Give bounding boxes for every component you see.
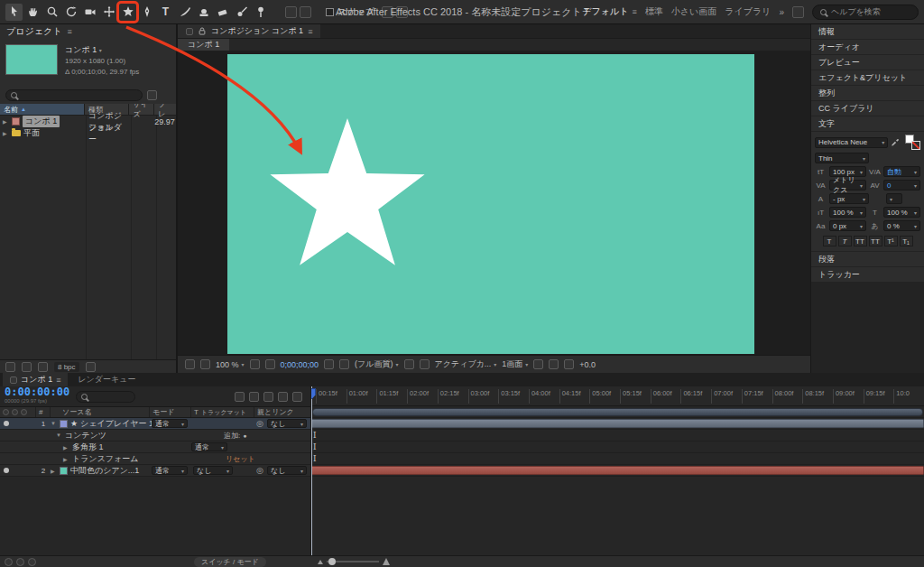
layer-row-solid[interactable]: 2 ▶ 中間色のシアン...1 通常 ▾ なし ▾ ◎: [0, 465, 310, 477]
pickwhip-icon[interactable]: ◎: [256, 466, 263, 475]
panel-preview[interactable]: プレビュー: [811, 55, 924, 70]
property-group-name[interactable]: 多角形 1: [72, 442, 104, 453]
panel-paragraph[interactable]: 段落: [811, 252, 924, 266]
project-panel-header[interactable]: プロジェクト ≡: [0, 24, 176, 39]
panel-effects-presets[interactable]: エフェクト&プリセット: [811, 70, 924, 85]
track-area[interactable]: 00:15f 01:00f 01:15f 02:00f 02:15f 03:00…: [311, 386, 924, 555]
clone-stamp-tool-button[interactable]: [195, 4, 212, 21]
twirl-closed-icon[interactable]: ▶: [63, 456, 69, 462]
timeline-button-icon[interactable]: [564, 359, 574, 369]
font-family-select[interactable]: Helvetica Neue ▾: [815, 137, 888, 148]
workspace-overflow-icon[interactable]: »: [779, 7, 784, 17]
workspace-tab-standard[interactable]: 標準: [645, 5, 663, 18]
workspace-tab-default[interactable]: デフォルト ≡: [582, 5, 636, 18]
track-matte-select[interactable]: なし ▾: [193, 466, 233, 475]
fill-stroke-icon[interactable]: [285, 6, 297, 18]
add-shape-icon[interactable]: ●: [243, 432, 246, 439]
visibility-eye-icon[interactable]: [4, 468, 9, 473]
column-header-number[interactable]: #: [36, 407, 51, 417]
viewer-tab-comp1[interactable]: コンポ 1: [178, 39, 229, 51]
project-filter-icon[interactable]: [147, 90, 157, 100]
twirl-closed-icon[interactable]: ▶: [3, 130, 9, 136]
region-of-interest-icon[interactable]: [404, 359, 414, 369]
layer-row-shape[interactable]: 1 ▼ ★ シェイプレイヤー 1 通常 ▾ ◎ なし ▾: [0, 418, 310, 430]
snapshot-icon[interactable]: [324, 359, 334, 369]
parent-select[interactable]: なし ▾: [267, 466, 307, 475]
column-header-trkmat[interactable]: T トラックマット: [191, 407, 254, 417]
snap-option-1-icon[interactable]: [382, 6, 393, 18]
column-divider[interactable]: [131, 104, 132, 359]
hide-shy-layers-icon[interactable]: [263, 392, 273, 402]
work-area-bar[interactable]: [312, 408, 923, 416]
all-caps-toggle[interactable]: TT: [854, 236, 867, 246]
selection-tool-button[interactable]: [5, 4, 23, 21]
timeline-search-input[interactable]: [76, 391, 135, 403]
fill-stroke-swatches[interactable]: [905, 135, 920, 150]
panel-audio[interactable]: オーディオ: [811, 40, 924, 54]
expand-layer-switches-icon[interactable]: [5, 558, 13, 566]
panel-character-header[interactable]: 文字: [811, 116, 924, 131]
trash-icon[interactable]: [86, 362, 96, 372]
help-search-input[interactable]: ヘルプを検索: [812, 5, 919, 20]
faux-italic-toggle[interactable]: T: [838, 236, 852, 246]
lock-icon[interactable]: [198, 26, 207, 36]
current-time-indicator[interactable]: [311, 386, 312, 555]
twirl-open-icon[interactable]: ▼: [51, 421, 57, 426]
current-time-display[interactable]: 0:00:00:00 00000 (29.97 fps): [5, 387, 69, 405]
active-camera-menu[interactable]: アクティブカ... ▾: [435, 358, 497, 370]
eraser-tool-button[interactable]: [214, 4, 231, 21]
pickwhip-icon[interactable]: ◎: [256, 419, 263, 428]
track-shape-layer[interactable]: [311, 418, 924, 430]
metrics-select[interactable]: メトリクス ▾: [829, 180, 866, 191]
resolution-menu[interactable]: (フル画質) ▾: [355, 358, 398, 370]
small-caps-toggle[interactable]: TT: [869, 236, 882, 246]
project-item-name[interactable]: コンポ 1: [23, 116, 60, 127]
shape-blend-mode-select[interactable]: 通常 ▾: [191, 442, 227, 451]
always-preview-icon[interactable]: [185, 359, 195, 369]
kerning-select[interactable]: 自動 ▾: [883, 166, 920, 177]
property-group-name[interactable]: コンテンツ: [65, 430, 106, 442]
pen-tool-button[interactable]: [138, 4, 155, 21]
composition-viewer[interactable]: [178, 51, 810, 355]
track-solid-layer[interactable]: [311, 465, 924, 477]
bezier-path-icon[interactable]: [300, 6, 311, 18]
workspace-tab-libraries[interactable]: ライブラリ: [725, 5, 771, 18]
tsume-select[interactable]: 0 % ▾: [883, 220, 920, 231]
panel-info[interactable]: 情報: [811, 24, 924, 39]
switches-modes-toggle[interactable]: スイッチ / モード: [194, 557, 266, 567]
transparency-grid-icon[interactable]: [420, 359, 430, 369]
zoom-out-icon[interactable]: [318, 560, 323, 564]
eyedropper-icon[interactable]: [891, 137, 901, 147]
property-row-polystar[interactable]: ▶ 多角形 1 通常 ▾: [0, 442, 310, 453]
comp-info-dropdown-icon[interactable]: ▾: [99, 48, 102, 53]
font-style-select[interactable]: Thin ▾: [815, 153, 869, 163]
snap-control[interactable]: スナップ: [326, 5, 374, 18]
pan-behind-tool-button[interactable]: [100, 4, 117, 21]
workspace-tab-small-screen[interactable]: 小さい画面: [671, 5, 716, 18]
column-header-mode[interactable]: モード: [150, 407, 191, 417]
panel-tracker[interactable]: トラッカー: [811, 267, 924, 282]
workspace-menu-icon[interactable]: ≡: [633, 7, 637, 16]
column-header-size[interactable]: サイズ: [129, 104, 154, 115]
view-layout-menu[interactable]: 1画面 ▾: [502, 358, 528, 370]
project-bit-depth[interactable]: 8 bpc: [54, 362, 79, 372]
faux-bold-toggle[interactable]: T: [823, 236, 836, 246]
channels-icon[interactable]: [339, 359, 349, 369]
snap-checkbox[interactable]: [326, 8, 334, 16]
column-header-frame[interactable]: フレ: [154, 104, 176, 115]
composition-tab[interactable]: コンポジション コンポ 1 ≡: [178, 24, 320, 38]
preview-timecode[interactable]: 0;00;00;00: [281, 360, 319, 369]
baseline-shift-select[interactable]: 0 px ▾: [829, 220, 866, 231]
tracking-select[interactable]: 0 ▾: [883, 180, 920, 191]
parent-select[interactable]: なし ▾: [267, 419, 307, 428]
project-item-name[interactable]: 平面: [23, 127, 40, 139]
layer-name[interactable]: シェイプレイヤー 1: [80, 418, 153, 430]
twirl-closed-icon[interactable]: ▶: [63, 444, 69, 451]
fast-previews-icon[interactable]: [549, 359, 559, 369]
column-header-source[interactable]: ソース名: [51, 407, 150, 417]
timeline-tab-comp1[interactable]: コンポ 1 ≡: [3, 373, 68, 386]
white-star-shape[interactable]: [270, 118, 424, 265]
project-row-solids-folder[interactable]: ▶ 平面 フォルダー: [0, 127, 176, 139]
layer-name[interactable]: 中間色のシアン...1: [70, 465, 139, 477]
motion-blur-icon[interactable]: [292, 392, 302, 402]
